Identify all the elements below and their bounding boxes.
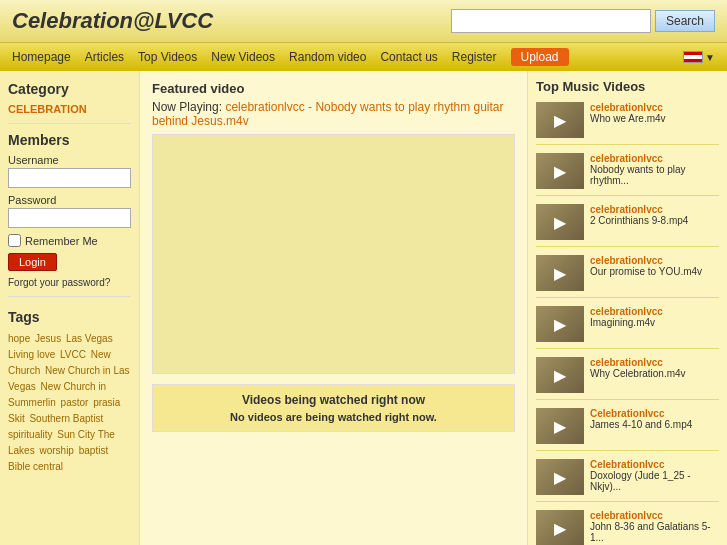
being-watched-msg: No videos are being watched right now.	[161, 411, 506, 423]
top-music-title: Top Music Videos	[536, 79, 719, 94]
video-list-item[interactable]: ▶ celebrationlvcc John 8-36 and Galatian…	[536, 510, 719, 545]
sidebar-divider-1	[8, 123, 131, 124]
video-list-item[interactable]: ▶ celebrationlvcc Why Celebration.m4v	[536, 357, 719, 400]
tag-link[interactable]: baptist	[79, 445, 108, 456]
video-name: James 4-10 and 6.mp4	[590, 419, 719, 430]
video-thumb: ▶	[536, 357, 584, 393]
video-info: celebrationlvcc 2 Corinthians 9-8.mp4	[590, 204, 719, 226]
video-uploader: celebrationlvcc	[590, 102, 719, 113]
login-button[interactable]: Login	[8, 253, 57, 271]
tag-link[interactable]: Living love	[8, 349, 58, 360]
video-name: 2 Corinthians 9-8.mp4	[590, 215, 719, 226]
video-list-item[interactable]: ▶ celebrationlvcc Who we Are.m4v	[536, 102, 719, 145]
remember-me-checkbox[interactable]	[8, 234, 21, 247]
forgot-password-link[interactable]: Forgot your password?	[8, 277, 131, 288]
nav: Homepage Articles Top Videos New Videos …	[0, 43, 727, 71]
tag-link[interactable]: Las Vegas	[66, 333, 113, 344]
video-thumb-inner: ▶	[536, 357, 584, 393]
password-label: Password	[8, 194, 131, 206]
video-info: CelebrationIvcc Doxology (Jude 1_25 - Nk…	[590, 459, 719, 492]
tag-link[interactable]: Bible central	[8, 461, 63, 472]
video-uploader: celebrationlvcc	[590, 255, 719, 266]
video-uploader: celebrationlvcc	[590, 357, 719, 368]
video-thumb-inner: ▶	[536, 510, 584, 545]
video-uploader: celebrationlvcc	[590, 306, 719, 317]
tags-cloud: hope Jesus Las Vegas Living love LVCC Ne…	[8, 331, 131, 475]
tag-link[interactable]: worship	[39, 445, 76, 456]
video-name: Imagining.m4v	[590, 317, 719, 328]
flag-icon	[683, 51, 703, 63]
video-name: Why Celebration.m4v	[590, 368, 719, 379]
nav-register[interactable]: Register	[452, 50, 497, 64]
nav-contact-us[interactable]: Contact us	[380, 50, 437, 64]
password-input[interactable]	[8, 208, 131, 228]
center-content: Featured video Now Playing: celebrationl…	[140, 71, 527, 545]
search-input[interactable]	[451, 9, 651, 33]
header: Celebration@LVCC Search	[0, 0, 727, 43]
tag-link[interactable]: hope	[8, 333, 33, 344]
video-list-item[interactable]: ▶ celebrationlvcc Nobody wants to play r…	[536, 153, 719, 196]
now-playing-label: Now Playing:	[152, 100, 222, 114]
being-watched-title: Videos being watched right now	[161, 393, 506, 407]
video-info: celebrationlvcc John 8-36 and Galatians …	[590, 510, 719, 543]
video-thumb-inner: ▶	[536, 153, 584, 189]
video-thumb-inner: ▶	[536, 102, 584, 138]
search-button[interactable]: Search	[655, 10, 715, 32]
username-label: Username	[8, 154, 131, 166]
video-info: celebrationlvcc Imagining.m4v	[590, 306, 719, 328]
video-thumb-inner: ▶	[536, 255, 584, 291]
video-name: Nobody wants to play rhythm...	[590, 164, 719, 186]
video-list-item[interactable]: ▶ celebrationlvcc Imagining.m4v	[536, 306, 719, 349]
right-sidebar: Top Music Videos ▶ celebrationlvcc Who w…	[527, 71, 727, 545]
tag-link[interactable]: pastor	[61, 397, 92, 408]
video-thumb: ▶	[536, 306, 584, 342]
video-name: Our promise to YOU.m4v	[590, 266, 719, 277]
nav-articles[interactable]: Articles	[85, 50, 124, 64]
being-watched-box: Videos being watched right now No videos…	[152, 384, 515, 432]
main-layout: Category CELEBRATION Members Username Pa…	[0, 71, 727, 545]
video-info: celebrationlvcc Who we Are.m4v	[590, 102, 719, 124]
search-area: Search	[451, 9, 715, 33]
nav-homepage[interactable]: Homepage	[12, 50, 71, 64]
video-list: ▶ celebrationlvcc Who we Are.m4v ▶ celeb…	[536, 102, 719, 545]
nav-top-videos[interactable]: Top Videos	[138, 50, 197, 64]
video-thumb: ▶	[536, 102, 584, 138]
video-thumb-inner: ▶	[536, 408, 584, 444]
video-thumb: ▶	[536, 153, 584, 189]
tag-link[interactable]: prasia	[93, 397, 120, 408]
remember-me-section: Remember Me	[8, 234, 131, 247]
tag-link[interactable]: LVCC	[60, 349, 89, 360]
left-sidebar: Category CELEBRATION Members Username Pa…	[0, 71, 140, 545]
remember-me-label: Remember Me	[25, 235, 98, 247]
nav-new-videos[interactable]: New Videos	[211, 50, 275, 64]
video-list-item[interactable]: ▶ CelebrationIvcc Doxology (Jude 1_25 - …	[536, 459, 719, 502]
video-info: celebrationlvcc Why Celebration.m4v	[590, 357, 719, 379]
tag-link[interactable]: Southern Baptist	[29, 413, 103, 424]
flag-dropdown-icon[interactable]: ▼	[705, 52, 715, 63]
category-title: Category	[8, 81, 131, 97]
nav-random-video[interactable]: Random video	[289, 50, 366, 64]
tag-link[interactable]: Skit	[8, 413, 27, 424]
video-player-area	[152, 134, 515, 374]
tag-link[interactable]: Jesus	[35, 333, 64, 344]
tag-link[interactable]: spirituality	[8, 429, 55, 440]
nav-upload[interactable]: Upload	[511, 48, 569, 66]
featured-video-title: Featured video	[152, 81, 515, 96]
video-thumb: ▶	[536, 459, 584, 495]
username-input[interactable]	[8, 168, 131, 188]
category-link[interactable]: CELEBRATION	[8, 103, 131, 115]
video-list-item[interactable]: ▶ celebrationlvcc Our promise to YOU.m4v	[536, 255, 719, 298]
sidebar-divider-2	[8, 296, 131, 297]
video-uploader: celebrationlvcc	[590, 204, 719, 215]
video-thumb-inner: ▶	[536, 204, 584, 240]
members-title: Members	[8, 132, 131, 148]
tags-section: Tags hope Jesus Las Vegas Living love LV…	[8, 309, 131, 475]
video-info: celebrationlvcc Nobody wants to play rhy…	[590, 153, 719, 186]
video-info: celebrationlvcc Our promise to YOU.m4v	[590, 255, 719, 277]
video-name: Who we Are.m4v	[590, 113, 719, 124]
video-thumb: ▶	[536, 204, 584, 240]
video-list-item[interactable]: ▶ celebrationlvcc 2 Corinthians 9-8.mp4	[536, 204, 719, 247]
video-name: John 8-36 and Galatians 5-1...	[590, 521, 719, 543]
video-thumb-inner: ▶	[536, 459, 584, 495]
video-list-item[interactable]: ▶ CelebrationIvcc James 4-10 and 6.mp4	[536, 408, 719, 451]
